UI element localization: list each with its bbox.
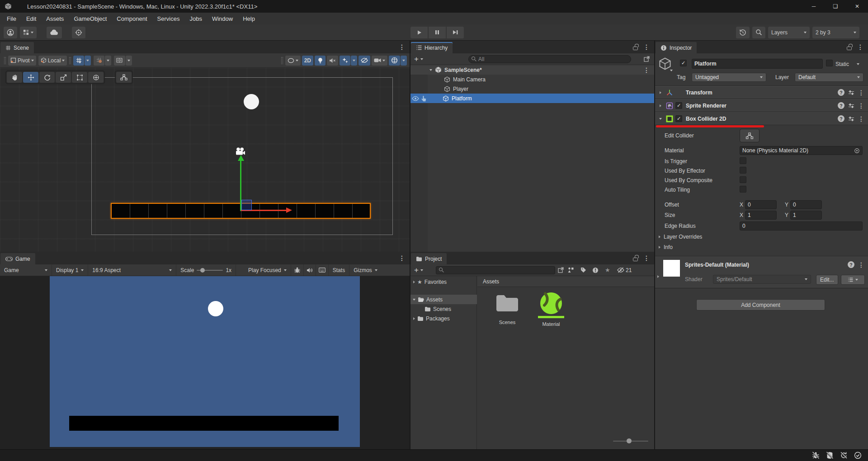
used-by-composite-checkbox[interactable] <box>740 176 746 183</box>
foldout-closed-icon[interactable] <box>657 275 659 278</box>
overlay-handle[interactable] <box>4 57 6 64</box>
help-icon[interactable]: ? <box>838 89 844 96</box>
hierarchy-item-main-camera[interactable]: Main Camera <box>410 75 654 84</box>
scene-menu-icon[interactable]: ⋮ <box>399 44 405 50</box>
grid-visibility-button[interactable] <box>73 56 84 66</box>
component-enabled-checkbox[interactable]: ✓ <box>675 102 682 109</box>
foldout-open-icon[interactable] <box>413 299 415 301</box>
hidden-packages-toggle[interactable]: 21 <box>617 267 632 273</box>
mute-audio-button[interactable] <box>304 264 316 276</box>
grid-size-button[interactable] <box>114 56 125 66</box>
create-object-button[interactable]: + <box>414 55 423 63</box>
scale-slider[interactable] <box>197 268 223 273</box>
window-minimize-button[interactable]: ─ <box>803 0 825 13</box>
hierarchy-item-player[interactable]: Player <box>410 84 654 94</box>
component-enabled-checkbox[interactable]: ✓ <box>675 115 682 122</box>
edge-radius-field[interactable]: 0 <box>740 221 863 230</box>
foldout-open-icon[interactable] <box>659 118 662 120</box>
material-preview-thumbnail[interactable] <box>663 260 680 277</box>
local-dropdown[interactable]: Local <box>38 56 67 66</box>
menu-help[interactable]: Help <box>238 13 260 24</box>
menu-gameobject[interactable]: GameObject <box>69 13 112 24</box>
eye-icon[interactable] <box>412 96 419 101</box>
project-menu-icon[interactable]: ⋮ <box>643 255 650 261</box>
hierarchy-item-platform-selected[interactable]: Platform <box>410 94 654 103</box>
tab-project[interactable]: Project <box>411 253 447 264</box>
size-y-field[interactable]: 1 <box>790 211 822 220</box>
scene-viewport[interactable] <box>0 68 410 252</box>
menu-jobs[interactable]: Jobs <box>184 13 207 24</box>
asset-item-scenes[interactable]: Scenes <box>489 293 525 325</box>
presets-icon[interactable] <box>848 90 854 95</box>
object-name-field[interactable]: Platform <box>692 59 823 69</box>
tree-item-scenes[interactable]: Scenes <box>410 304 477 314</box>
grid-size-caret[interactable] <box>126 56 132 66</box>
play-focused-dropdown[interactable]: Play Focused <box>244 264 291 276</box>
account-button[interactable] <box>4 27 17 38</box>
scene-row-menu-icon[interactable]: ⋮ <box>643 67 650 73</box>
snap-caret[interactable] <box>105 56 111 66</box>
tab-scene[interactable]: Scene <box>0 42 34 53</box>
pivot-dropdown[interactable]: Pivot <box>8 56 36 66</box>
menu-file[interactable]: File <box>2 13 21 24</box>
object-picker-icon[interactable] <box>854 148 860 154</box>
menu-window[interactable]: Window <box>207 13 238 24</box>
search-warnings-icon[interactable] <box>592 267 599 273</box>
shader-edit-button[interactable]: Edit... <box>816 275 838 285</box>
rotate-tool-button[interactable] <box>39 72 55 83</box>
project-search-input[interactable] <box>436 266 555 274</box>
shader-list-button[interactable] <box>841 275 865 285</box>
open-search-window-icon[interactable] <box>558 267 564 273</box>
component-sprite-renderer-header[interactable]: ✓ Sprite Renderer ? ⋮ <box>655 99 868 112</box>
gizmos-dropdown[interactable]: Gizmos <box>349 264 382 276</box>
pick-hand-icon[interactable] <box>421 95 426 102</box>
effects-button[interactable] <box>340 56 350 66</box>
hierarchy-scene-row[interactable]: SampleScene* ⋮ <box>410 65 654 75</box>
camera-preview-button[interactable] <box>372 56 387 66</box>
tab-hierarchy[interactable]: Hierarchy <box>411 42 453 53</box>
inspector-menu-icon[interactable]: ⋮ <box>857 44 863 50</box>
layer-overrides-foldout[interactable]: Layer Overrides <box>659 234 702 240</box>
offset-y-field[interactable]: 0 <box>790 200 822 209</box>
presets-icon[interactable] <box>848 116 854 122</box>
search-by-type-icon[interactable] <box>568 267 574 273</box>
window-maximize-button[interactable]: ❏ <box>825 0 846 13</box>
foldout-closed-icon[interactable] <box>413 281 415 283</box>
input-debug-button[interactable] <box>316 264 329 276</box>
scale-tool-button[interactable] <box>56 72 71 83</box>
auto-tiling-checkbox[interactable] <box>740 186 746 193</box>
component-transform-header[interactable]: Transform ? ⋮ <box>655 86 868 99</box>
tree-item-favorites[interactable]: ★ Favorites <box>410 277 477 287</box>
create-asset-button[interactable]: + <box>414 266 423 274</box>
auto-refresh-disabled-icon[interactable] <box>840 452 848 459</box>
audio-toggle-button[interactable] <box>327 56 338 66</box>
help-icon[interactable]: ? <box>838 102 844 109</box>
aspect-ratio-dropdown[interactable]: 16:9 Aspect <box>88 264 176 276</box>
scene-camera-gizmo-icon[interactable] <box>235 147 246 155</box>
menu-assets[interactable]: Assets <box>41 13 69 24</box>
material-menu-icon[interactable]: ⋮ <box>858 262 864 268</box>
scene-visibility-button[interactable] <box>359 56 370 66</box>
gizmos-caret[interactable] <box>401 56 407 66</box>
tree-item-assets-selected[interactable]: Assets <box>410 295 477 304</box>
search-by-label-icon[interactable] <box>580 267 586 273</box>
hierarchy-menu-icon[interactable]: ⋮ <box>643 44 650 50</box>
display-dropdown[interactable]: Display 1 <box>52 264 88 276</box>
edit-collider-button[interactable] <box>740 129 760 142</box>
layer-dropdown[interactable]: Default <box>795 73 863 82</box>
layout-dropdown[interactable]: 2 by 3 <box>812 27 859 38</box>
favorites-star-icon[interactable]: ★ <box>605 267 610 273</box>
rect-tool-button[interactable] <box>72 72 87 83</box>
foldout-closed-icon[interactable] <box>660 91 661 94</box>
help-icon[interactable]: ? <box>848 261 854 268</box>
tab-game[interactable]: Game <box>0 253 35 264</box>
frame-debugger-button[interactable] <box>291 264 304 276</box>
open-new-window-icon[interactable] <box>644 56 650 62</box>
window-close-button[interactable]: ✕ <box>846 0 868 13</box>
mode-2d-button[interactable]: 2D <box>302 56 313 66</box>
lock-icon[interactable] <box>633 47 638 50</box>
step-button[interactable] <box>447 27 464 38</box>
static-caret[interactable] <box>857 63 859 65</box>
shader-dropdown[interactable]: Sprites/Default <box>713 275 811 284</box>
search-button[interactable] <box>752 27 765 38</box>
